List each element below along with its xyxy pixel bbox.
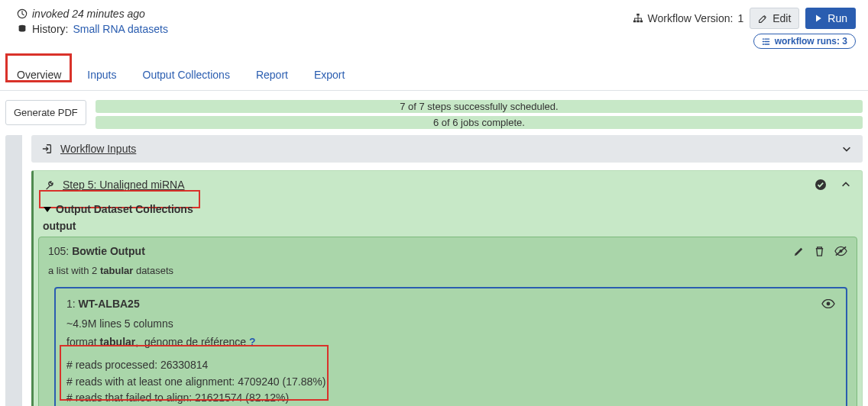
status-jobs: 6 of 6 jobs complete. [96,116,863,129]
disclosure-triangle-icon [44,207,51,212]
clock-icon [17,8,28,19]
output-collections-label: Output Dataset Collections [56,203,193,215]
svg-rect-4 [636,21,640,23]
tab-inputs[interactable]: Inputs [87,66,116,84]
eye-icon[interactable] [821,299,835,308]
svg-rect-2 [636,14,640,16]
tabs-bar: Overview Inputs Output Collections Repor… [0,60,868,91]
history-link[interactable]: Small RNA datasets [73,23,168,35]
edit-button[interactable]: Edit [750,8,799,29]
list-icon [762,37,770,46]
svg-rect-5 [640,21,643,23]
tab-output-collections[interactable]: Output Collections [143,66,230,84]
svg-point-9 [827,302,831,306]
dataset-lines-cols: ~4.9M lines 5 columns [66,317,835,330]
tab-report[interactable]: Report [256,66,288,84]
edit-icon [758,14,768,24]
collection-name: Bowtie Output [72,245,145,257]
edit-button-label: Edit [772,12,791,24]
collection-title: 105: Bowtie Output [48,245,793,257]
runs-badge-text: workflow runs: 3 [775,36,847,47]
invoked-time-row: invoked 24 minutes ago [17,8,168,20]
collection-subtitle: a list with 2 tabular datasets [48,265,847,276]
run-button-label: Run [828,12,847,24]
sign-in-icon [42,143,53,154]
invoked-time-text: invoked 24 minutes ago [32,8,145,20]
collection-index: 105: [48,245,69,257]
wrench-icon [44,179,55,190]
workflow-inputs-title: Workflow Inputs [60,143,834,155]
highlight-reads-block [60,345,329,401]
check-circle-icon [815,179,827,191]
output-key-label: output [37,220,859,237]
version-prefix: Workflow Version: [648,12,734,24]
workflow-inputs-panel-header[interactable]: Workflow Inputs [31,135,863,163]
eye-slash-icon[interactable] [834,246,847,257]
play-icon [814,14,823,23]
sitemap-icon [633,13,643,24]
pencil-icon[interactable] [793,246,805,257]
output-collections-header[interactable]: Output Dataset Collections [37,198,859,220]
chevron-down-icon[interactable] [841,143,852,154]
highlight-overview-tab [5,53,72,82]
dataset-name: WT-ALBA25 [79,298,140,310]
workflow-version-label: Workflow Version: 1 [633,12,744,24]
status-steps: 7 of 7 steps successfully scheduled. [96,100,863,113]
svg-rect-3 [633,21,636,23]
chevron-up-icon[interactable] [840,179,851,190]
dataset-title: 1: WT-ALBA25 [66,298,821,310]
sidebar-strip [5,135,22,406]
history-icon [17,24,28,34]
history-label: History: [32,23,68,35]
tab-export[interactable]: Export [314,66,345,84]
run-button[interactable]: Run [805,8,856,29]
version-number: 1 [737,12,743,24]
generate-pdf-button[interactable]: Generate PDF [5,100,86,125]
workflow-runs-badge[interactable]: workflow runs: 3 [753,34,856,49]
step-title: Step 5: Unaligned miRNA [63,179,807,191]
dataset-index: 1: [66,298,76,310]
trash-icon[interactable] [814,246,825,257]
